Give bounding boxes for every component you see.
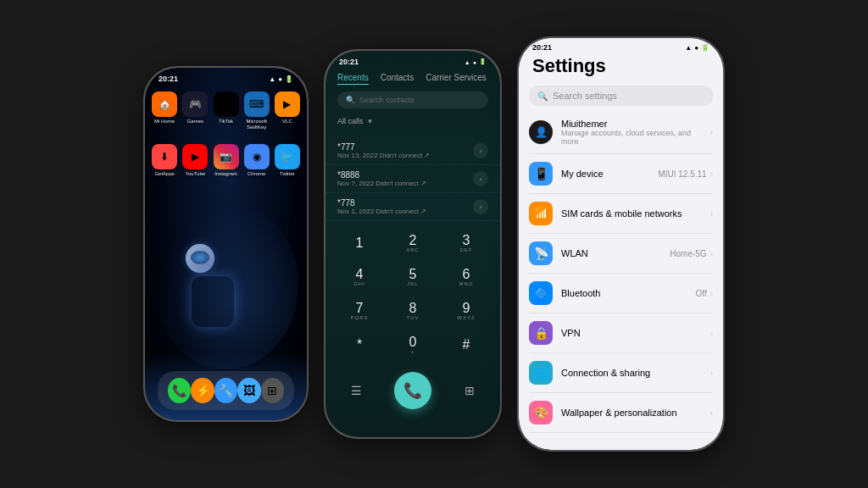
call-number-1: *777	[337, 142, 430, 152]
dialpad-grid-icon[interactable]: ⊞	[456, 377, 483, 404]
phone3-screen: 20:21 ▲ ● 🔋 Settings 🔍 Search settings 👤	[519, 38, 723, 450]
key-7[interactable]: 7PQRS	[337, 296, 381, 326]
chevron-icon: ›	[710, 249, 713, 258]
key-hash[interactable]: #	[444, 330, 488, 360]
settings-item-wlan[interactable]: 📡 WLAN Home-5G ›	[529, 234, 713, 274]
all-calls-filter[interactable]: ▼	[367, 118, 374, 125]
app-instagram-label: Instagram	[214, 171, 237, 177]
settings-item-mydevice[interactable]: 📱 My device MIUI 12.5.11 ›	[529, 154, 713, 194]
key-8[interactable]: 8TUV	[391, 296, 435, 326]
call-item-3[interactable]: *778 Nov 1, 2022 Didn't connect ↗ ›	[326, 193, 500, 221]
dock-tools[interactable]: 🔧	[214, 378, 237, 403]
app-instagram[interactable]: 📷 Instagram	[213, 144, 238, 177]
phone2-status-icons: ▲ ● 🔋	[465, 58, 487, 65]
call-arrow-3[interactable]: ›	[473, 199, 488, 214]
dialpad: 1 2ABC 3DEF 4GHI 5JKL 6MNO 7PQRS 8TUV 9W…	[326, 221, 500, 367]
settings-search-bar[interactable]: 🔍 Search settings	[529, 86, 713, 106]
call-arrow-2[interactable]: ›	[473, 171, 488, 186]
app-mihome[interactable]: 🏠 Mi Home	[152, 92, 177, 130]
app-tiktok[interactable]: ♪ TikTok	[213, 92, 238, 130]
call-detail-1: Nov 13, 2022 Didn't connect ↗	[337, 152, 430, 159]
dialer-tabs: Recents Contacts Carrier Services	[337, 71, 488, 85]
wallpaper-text: Wallpaper & personalization	[561, 408, 677, 418]
call-info-2: *8888 Nov 7, 2022 Didn't connect ↗	[337, 170, 426, 187]
astronaut-body	[192, 276, 234, 327]
search-icon: 🔍	[346, 96, 355, 104]
call-number-2: *8888	[337, 170, 426, 180]
sim-title: SIM cards & mobile networks	[561, 208, 682, 219]
dialpad-menu-icon[interactable]: ☰	[342, 377, 370, 404]
call-item-2[interactable]: *8888 Nov 7, 2022 Didn't connect ↗ ›	[326, 165, 500, 193]
settings-item-aod[interactable]: 🔆 Always-on display & Lock screen ›	[529, 433, 713, 438]
app-vlc[interactable]: ▶ VLC	[275, 92, 300, 130]
key-0[interactable]: 0+	[391, 330, 435, 360]
astronaut-head	[186, 244, 214, 273]
settings-search-placeholder: Search settings	[553, 91, 617, 101]
app-chrome-label: Chrome	[248, 171, 265, 177]
bluetooth-value: Off	[696, 289, 707, 298]
settings-item-wallpaper[interactable]: 🎨 Wallpaper & personalization ›	[529, 393, 713, 433]
app-getapps[interactable]: ⬇ GetApps	[152, 144, 177, 177]
search-placeholder: Search contacts	[359, 96, 415, 104]
phone1-status-icons: ▲ ● 🔋	[269, 75, 293, 83]
app-twitter[interactable]: 🐦 Twitter	[275, 144, 300, 177]
wallpaper-icon: 🎨	[529, 401, 553, 424]
dock-tasker[interactable]: ⚡	[191, 378, 214, 403]
settings-item-bluetooth[interactable]: 🔷 Bluetooth Off ›	[529, 274, 713, 313]
key-4[interactable]: 4GHI	[337, 262, 381, 292]
tab-carrier[interactable]: Carrier Services	[426, 71, 487, 85]
miuithemer-sub: Manage accounts, cloud services, and mor…	[561, 129, 710, 146]
app-twitter-icon: 🐦	[275, 144, 300, 169]
key-2[interactable]: 2ABC	[391, 228, 435, 258]
bluetooth-title: Bluetooth	[561, 288, 600, 298]
app-getapps-icon: ⬇	[152, 144, 177, 169]
call-arrow-1[interactable]: ›	[473, 143, 488, 158]
key-star[interactable]: *	[337, 330, 381, 360]
key-3[interactable]: 3DEF	[444, 228, 488, 258]
settings-item-sim[interactable]: 📶 SIM cards & mobile networks ›	[529, 194, 713, 234]
call-info-1: *777 Nov 13, 2022 Didn't connect ↗	[337, 142, 430, 159]
dock-phone[interactable]: 📞	[168, 378, 191, 403]
phone1-frame: 20:21 ▲ ● 🔋 🏠 Mi Home 🎮 Games ♪ TikTok	[143, 66, 309, 422]
tab-recents[interactable]: Recents	[337, 71, 369, 85]
phone2-frame: 20:21 ▲ ● 🔋 Recents Contacts Carrier Ser…	[324, 49, 502, 439]
astronaut-figure	[179, 259, 247, 352]
chevron-icon: ›	[710, 408, 713, 418]
dock-more[interactable]: ⊞	[261, 378, 284, 403]
call-button[interactable]: 📞	[394, 372, 431, 409]
app-youtube-icon: ▶	[182, 144, 208, 169]
miuithemer-title: Miuithemer	[561, 119, 710, 129]
dialpad-row-1: 1 2ABC 3DEF	[337, 228, 488, 258]
settings-title-area: Settings	[519, 52, 723, 82]
dialer-search-bar[interactable]: 🔍 Search contacts	[337, 92, 488, 108]
dock-gallery[interactable]: 🖼	[237, 378, 260, 403]
connection-title: Connection & sharing	[561, 368, 650, 378]
app-swiftkey[interactable]: ⌨ Microsoft SwiftKey	[244, 92, 270, 130]
settings-title: Settings	[532, 55, 709, 77]
key-6[interactable]: 6MNO	[444, 262, 488, 292]
connection-text: Connection & sharing	[561, 368, 650, 378]
chevron-icon: ›	[710, 128, 713, 137]
phone3-status-icons: ▲ ● 🔋	[685, 44, 709, 52]
key-5[interactable]: 5JKL	[391, 262, 435, 292]
phone2-screen: 20:21 ▲ ● 🔋 Recents Contacts Carrier Ser…	[326, 51, 500, 437]
app-chrome-icon: ◉	[244, 144, 270, 169]
settings-status-bar: 20:21 ▲ ● 🔋	[519, 38, 723, 52]
settings-item-vpn[interactable]: 🔒 VPN ›	[529, 313, 713, 353]
app-getapps-label: GetApps	[154, 171, 174, 177]
chevron-icon: ›	[710, 289, 713, 298]
app-games[interactable]: 🎮 Games	[182, 92, 208, 130]
phone1-status-bar: 20:21 ▲ ● 🔋	[145, 68, 307, 86]
app-youtube[interactable]: ▶ YouTube	[182, 144, 208, 177]
wlan-value: Home-5G	[670, 249, 706, 258]
call-item-1[interactable]: *777 Nov 13, 2022 Didn't connect ↗ ›	[326, 137, 500, 165]
key-1[interactable]: 1	[337, 228, 381, 258]
wlan-icon: 📡	[529, 241, 553, 265]
tab-contacts[interactable]: Contacts	[381, 71, 414, 85]
settings-item-miuithemer[interactable]: 👤 Miuithemer Manage accounts, cloud serv…	[529, 111, 713, 154]
app-chrome[interactable]: ◉ Chrome	[244, 144, 270, 177]
phone1-screen: 20:21 ▲ ● 🔋 🏠 Mi Home 🎮 Games ♪ TikTok	[145, 68, 307, 420]
dialpad-row-2: 4GHI 5JKL 6MNO	[337, 262, 488, 292]
settings-item-connection[interactable]: 🌐 Connection & sharing ›	[529, 353, 713, 393]
key-9[interactable]: 9WXYZ	[444, 296, 488, 326]
